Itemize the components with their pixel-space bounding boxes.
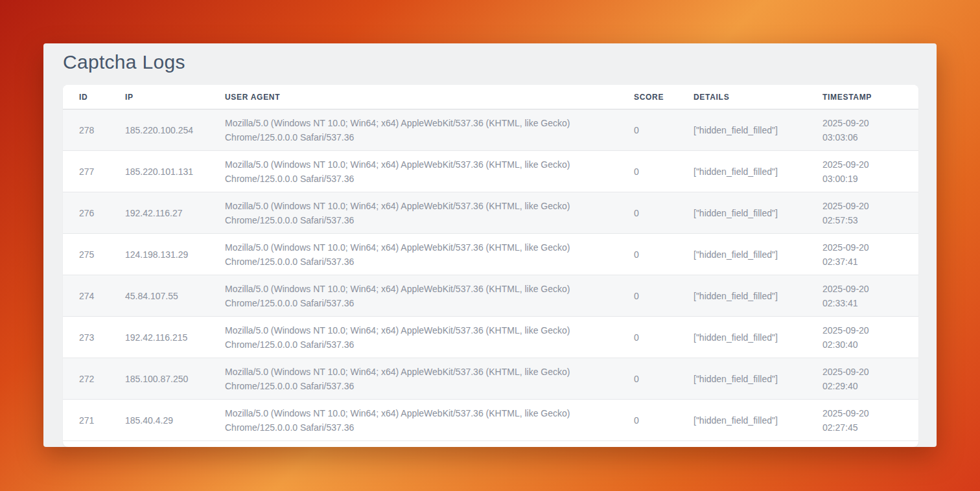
- cell-ip: 185.40.4.29: [125, 400, 225, 441]
- table-row: 274 45.84.107.55 Mozilla/5.0 (Windows NT…: [63, 275, 918, 317]
- cell-ip: 185.100.87.250: [125, 358, 225, 400]
- table-row: 273 192.42.116.215 Mozilla/5.0 (Windows …: [63, 317, 918, 358]
- table-body: 278 185.220.100.254 Mozilla/5.0 (Windows…: [63, 109, 918, 441]
- column-header-user-agent: USER AGENT: [225, 85, 634, 109]
- cell-details: ["hidden_field_filled"]: [694, 234, 822, 275]
- table-row: 272 185.100.87.250 Mozilla/5.0 (Windows …: [63, 358, 918, 400]
- cell-ip: 192.42.116.215: [125, 317, 225, 358]
- cell-timestamp: 2025-09-20 02:30:40: [822, 317, 918, 358]
- cell-user-agent: Mozilla/5.0 (Windows NT 10.0; Win64; x64…: [225, 234, 634, 275]
- table-row: 278 185.220.100.254 Mozilla/5.0 (Windows…: [63, 109, 918, 151]
- cell-id: 272: [63, 358, 125, 400]
- table-row: 275 124.198.131.29 Mozilla/5.0 (Windows …: [63, 234, 918, 275]
- cell-score: 0: [634, 275, 694, 317]
- table-row: 276 192.42.116.27 Mozilla/5.0 (Windows N…: [63, 192, 918, 234]
- cell-score: 0: [634, 317, 694, 358]
- logs-table-container[interactable]: ID IP USER AGENT SCORE DETAILS TIMESTAMP…: [63, 85, 918, 447]
- cell-details: ["hidden_field_filled"]: [694, 192, 822, 234]
- cell-score: 0: [634, 400, 694, 441]
- table-row: 277 185.220.101.131 Mozilla/5.0 (Windows…: [63, 151, 918, 192]
- column-header-ip: IP: [125, 85, 225, 109]
- cell-details: ["hidden_field_filled"]: [694, 358, 822, 400]
- cell-timestamp: 2025-09-20 02:37:41: [822, 234, 918, 275]
- column-header-score: SCORE: [634, 85, 694, 109]
- cell-timestamp: 2025-09-20 02:33:41: [822, 275, 918, 317]
- cell-score: 0: [634, 358, 694, 400]
- cell-user-agent: Mozilla/5.0 (Windows NT 10.0; Win64; x64…: [225, 317, 634, 358]
- cell-id: 274: [63, 275, 125, 317]
- cell-score: 0: [634, 151, 694, 192]
- cell-details: ["hidden_field_filled"]: [694, 400, 822, 441]
- column-header-id: ID: [63, 85, 125, 109]
- column-header-timestamp: TIMESTAMP: [822, 85, 918, 109]
- cell-ip: 192.42.116.27: [125, 192, 225, 234]
- cell-id: 276: [63, 192, 125, 234]
- cell-id: 278: [63, 109, 125, 151]
- cell-timestamp: 2025-09-20 02:29:40: [822, 358, 918, 400]
- cell-timestamp: 2025-09-20 03:03:06: [822, 109, 918, 151]
- cell-id: 271: [63, 400, 125, 441]
- cell-details: ["hidden_field_filled"]: [694, 109, 822, 151]
- cell-user-agent: Mozilla/5.0 (Windows NT 10.0; Win64; x64…: [225, 275, 634, 317]
- cell-user-agent: Mozilla/5.0 (Windows NT 10.0; Win64; x64…: [225, 192, 634, 234]
- cell-id: 277: [63, 151, 125, 192]
- cell-ip: 185.220.101.131: [125, 151, 225, 192]
- cell-score: 0: [634, 109, 694, 151]
- cell-timestamp: 2025-09-20 02:27:45: [822, 400, 918, 441]
- cell-ip: 124.198.131.29: [125, 234, 225, 275]
- cell-id: 275: [63, 234, 125, 275]
- cell-id: 273: [63, 317, 125, 358]
- cell-details: ["hidden_field_filled"]: [694, 317, 822, 358]
- cell-user-agent: Mozilla/5.0 (Windows NT 10.0; Win64; x64…: [225, 151, 634, 192]
- cell-user-agent: Mozilla/5.0 (Windows NT 10.0; Win64; x64…: [225, 400, 634, 441]
- cell-score: 0: [634, 192, 694, 234]
- cell-timestamp: 2025-09-20 03:00:19: [822, 151, 918, 192]
- captcha-logs-table: ID IP USER AGENT SCORE DETAILS TIMESTAMP…: [63, 85, 918, 441]
- page-title: Captcha Logs: [63, 51, 185, 73]
- column-header-details: DETAILS: [694, 85, 822, 109]
- cell-ip: 45.84.107.55: [125, 275, 225, 317]
- cell-details: ["hidden_field_filled"]: [694, 275, 822, 317]
- table-header-row: ID IP USER AGENT SCORE DETAILS TIMESTAMP: [63, 85, 918, 109]
- cell-timestamp: 2025-09-20 02:57:53: [822, 192, 918, 234]
- cell-ip: 185.220.100.254: [125, 109, 225, 151]
- captcha-logs-panel: Captcha Logs ID IP USER AGENT SCORE DETA…: [43, 43, 937, 447]
- cell-user-agent: Mozilla/5.0 (Windows NT 10.0; Win64; x64…: [225, 358, 634, 400]
- cell-score: 0: [634, 234, 694, 275]
- cell-user-agent: Mozilla/5.0 (Windows NT 10.0; Win64; x64…: [225, 109, 634, 151]
- table-row: 271 185.40.4.29 Mozilla/5.0 (Windows NT …: [63, 400, 918, 441]
- cell-details: ["hidden_field_filled"]: [694, 151, 822, 192]
